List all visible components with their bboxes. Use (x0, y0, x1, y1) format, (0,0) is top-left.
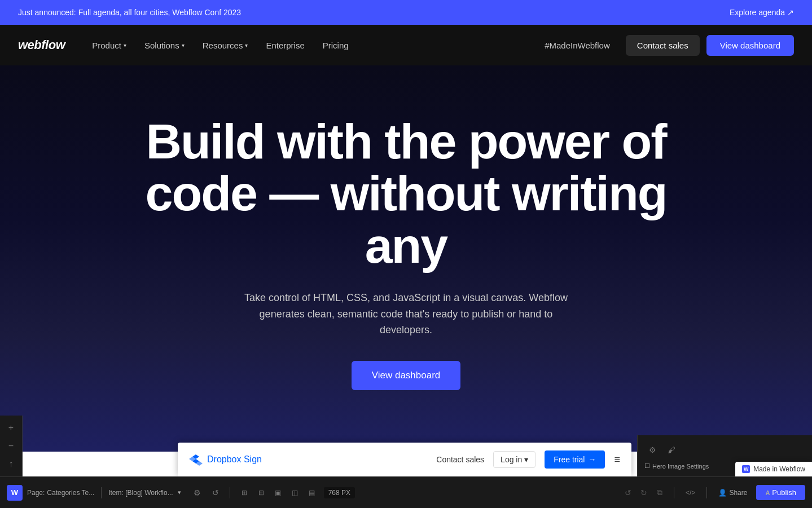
divider (706, 487, 707, 498)
chevron-down-icon: ▾ (124, 42, 126, 48)
nav-links: Product ▾ Solutions ▾ Resources ▾ Enterp… (83, 25, 536, 65)
editor-layout-icon-5[interactable]: ▤ (305, 485, 319, 500)
arrow-icon: ↗ (787, 8, 794, 17)
nav-resources[interactable]: Resources ▾ (194, 25, 257, 65)
editor-layout-icon-1[interactable]: ⊞ (237, 485, 252, 500)
explore-agenda-link[interactable]: Explore agenda ↗ (730, 8, 794, 17)
add-element-button[interactable]: + (3, 420, 19, 436)
settings-icon[interactable]: ⚙ (644, 442, 660, 458)
right-panel-tools: ⚙ 🖌 (644, 442, 679, 458)
nav-pricing[interactable]: Pricing (314, 25, 358, 65)
editor-layout-icon-3[interactable]: ▣ (271, 485, 286, 500)
nav-product[interactable]: Product ▾ (83, 25, 135, 65)
copy-button[interactable]: ⧉ (652, 485, 667, 500)
hero-headline: Build with the power of code — without w… (124, 116, 688, 272)
undo-redo: ↺ ↻ ⧉ (621, 485, 667, 500)
px-display: 768 PX (324, 487, 355, 498)
editor-bar: W Page: Categories Te... Item: [Blog] Wo… (0, 476, 812, 508)
contact-sales-button[interactable]: Contact sales (626, 35, 700, 56)
editor-share-button[interactable]: 👤 Share (714, 487, 752, 499)
editor-chevron-icon[interactable]: ▾ (178, 489, 181, 496)
editor-refresh-icon[interactable]: ↺ (208, 485, 223, 500)
dropbox-name: Dropbox Sign (207, 454, 262, 465)
arrow-right-icon: → (588, 455, 596, 464)
dropbox-free-trial-button[interactable]: Free trial → (545, 450, 605, 469)
right-panel-header: ⚙ 🖌 (644, 442, 805, 458)
editor-code-button[interactable]: </> (681, 487, 700, 499)
chevron-down-icon: ▾ (524, 455, 528, 464)
nav-solutions[interactable]: Solutions ▾ (135, 25, 194, 65)
panel-arrow-button[interactable]: ↑ (3, 456, 19, 472)
webflow-w-icon: W (742, 465, 750, 473)
chevron-down-icon: ▾ (245, 42, 248, 48)
editor-w-button[interactable]: W (7, 485, 23, 501)
editor-item-info: Item: [Blog] Workflo... (108, 489, 173, 497)
editor-layout-icon-2[interactable]: ⊟ (254, 485, 269, 500)
chevron-down-icon: ▾ (182, 42, 185, 48)
editor-publish-button[interactable]: A Publish (756, 485, 805, 500)
a-icon: A (765, 489, 770, 496)
divider (674, 487, 674, 498)
divider (101, 487, 102, 498)
checkbox-icon: ☐ (644, 462, 650, 470)
hero-subtext: Take control of HTML, CSS, and JavaScrip… (243, 290, 570, 338)
paint-icon[interactable]: 🖌 (664, 442, 679, 458)
dropbox-login-button[interactable]: Log in ▾ (493, 451, 536, 468)
hero-section: Build with the power of code — without w… (0, 65, 812, 452)
dropbox-sign-bar: Dropbox Sign Contact sales Log in ▾ Free… (178, 443, 631, 476)
dropbox-icon (189, 453, 203, 466)
person-icon: 👤 (718, 489, 727, 497)
dropbox-logo: Dropbox Sign (189, 453, 262, 466)
divider (230, 487, 230, 498)
editor-icons: ⚙ ↺ (190, 485, 223, 500)
logo[interactable]: webflow (18, 38, 65, 52)
dropbox-contact-sales-button[interactable]: Contact sales (436, 455, 484, 464)
redo-button[interactable]: ↻ (637, 485, 651, 500)
made-in-webflow-badge: W Made in Webflow (735, 462, 812, 476)
editor-left-panel: + − ↑ (0, 416, 23, 476)
editor-layout-icon-4[interactable]: ◫ (288, 485, 302, 500)
undo-button[interactable]: ↺ (621, 485, 635, 500)
main-nav: webflow Product ▾ Solutions ▾ Resources … (0, 25, 812, 65)
announcement-bar: Just announced: Full agenda, all four ci… (0, 0, 812, 25)
nav-enterprise[interactable]: Enterprise (257, 25, 313, 65)
announcement-text: Just announced: Full agenda, all four ci… (18, 8, 241, 17)
dropbox-menu-button[interactable]: ≡ (614, 454, 620, 466)
made-in-webflow-link[interactable]: #MadeInWebflow (536, 41, 619, 50)
hero-cta-button[interactable]: View dashboard (352, 361, 461, 390)
nav-right: #MadeInWebflow Contact sales View dashbo… (536, 35, 794, 56)
view-dashboard-button[interactable]: View dashboard (706, 35, 794, 56)
editor-page-info: Page: Categories Te... (27, 489, 94, 497)
editor-settings-icon[interactable]: ⚙ (190, 485, 205, 500)
editor-mid-icons: ⊞ ⊟ ▣ ◫ ▤ (237, 485, 319, 500)
panel-minus-button[interactable]: − (3, 438, 19, 454)
